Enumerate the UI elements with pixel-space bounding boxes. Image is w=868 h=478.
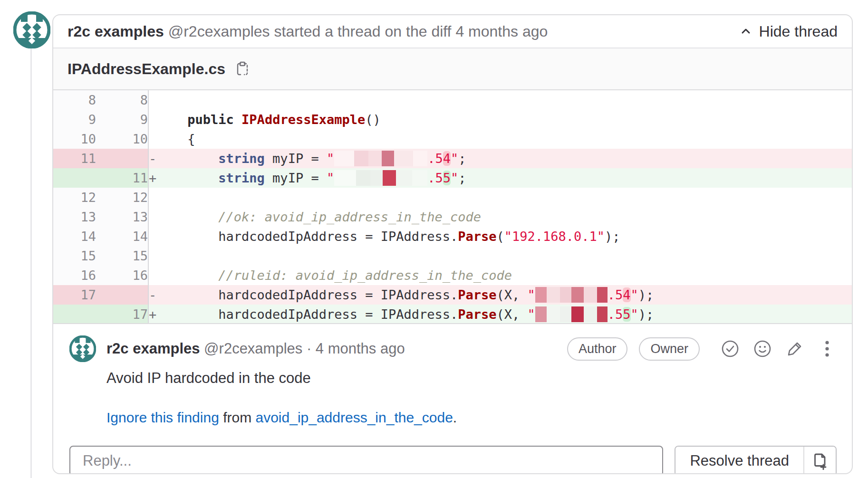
thread-author-name[interactable]: r2c examples (68, 23, 168, 40)
diff-row: 17- hardcodedIpAddress = IPAddress.Parse… (53, 285, 852, 305)
thread-connector-line (30, 47, 32, 478)
code-token: " (631, 287, 638, 302)
code-token: string (218, 151, 265, 166)
line-number-old: 13 (53, 207, 96, 227)
line-number-new: 10 (96, 129, 148, 149)
line-number-old (53, 305, 96, 324)
code-token: .5 (427, 171, 443, 185)
diff-table: 88 99 public IPAddressExample()1010 {11-… (53, 90, 852, 324)
line-number-old: 12 (53, 188, 96, 207)
diff-row: 1616 //ruleid: avoid_ip_address_in_the_c… (53, 266, 852, 285)
file-header: IPAddressExample.cs (53, 48, 852, 90)
line-number-old: 16 (53, 266, 96, 285)
emoji-smiley-icon (753, 340, 772, 358)
hide-thread-button[interactable]: Hide thread (739, 23, 838, 40)
code-line: + string myIP = ".55"; (148, 168, 852, 188)
code-token: " (528, 307, 535, 322)
diff-marker (149, 132, 156, 146)
comment-author-name[interactable]: r2c examples (106, 340, 204, 357)
code-token: " (451, 171, 458, 185)
finding-links: Ignore this finding from avoid_ip_addres… (106, 410, 837, 426)
issue-document-plus-icon (811, 452, 829, 470)
code-token: hardcodedIpAddress = IPAddress. (156, 229, 458, 244)
line-number-old: 10 (53, 129, 96, 149)
code-token: hardcodedIpAddress = IPAddress. (156, 287, 458, 302)
comment-meta-text: @r2cexamples · 4 months ago (204, 340, 405, 357)
diff-row: 1212 (53, 188, 852, 207)
diff-row: 1414 hardcodedIpAddress = IPAddress.Pars… (53, 227, 852, 246)
code-line: { (148, 129, 852, 149)
diff-marker (149, 190, 156, 205)
avatar[interactable] (13, 11, 50, 48)
code-line (148, 188, 852, 207)
diff-marker (149, 210, 156, 224)
reply-input[interactable] (69, 446, 663, 474)
code-token: "192.168.0.1" (504, 229, 605, 244)
code-line: //ok: avoid_ip_address_in_the_code (148, 207, 852, 227)
redacted-ip-pixels (334, 170, 427, 186)
discussion-card: r2c examples @r2cexamples started a thre… (52, 14, 853, 474)
period-text: . (453, 410, 457, 425)
check-circle-icon (721, 340, 739, 358)
resolve-and-create-issue-button[interactable] (804, 447, 836, 474)
code-line: public IPAddressExample() (148, 110, 852, 129)
code-token: " (631, 307, 638, 322)
line-number-old: 8 (53, 90, 96, 110)
code-token: " (451, 151, 458, 166)
code-token: Parse (458, 229, 496, 244)
line-number-new: 11 (96, 168, 148, 188)
copy-file-path-button[interactable] (235, 61, 250, 77)
rule-link[interactable]: avoid_ip_address_in_the_code (256, 410, 453, 425)
line-number-old: 17 (53, 285, 96, 305)
line-number-old: 11 (53, 149, 96, 168)
line-number-new: 17 (96, 305, 148, 324)
code-token: ); (638, 287, 654, 302)
code-token: 5 (443, 171, 451, 185)
more-actions-button[interactable] (818, 339, 837, 358)
code-token: .5 (427, 151, 443, 166)
edit-comment-button[interactable] (785, 340, 804, 358)
code-token: ; (458, 171, 466, 185)
avatar[interactable] (69, 335, 96, 362)
owner-badge: Owner (639, 337, 700, 361)
chevron-up-icon (739, 25, 752, 38)
line-number-new: 16 (96, 266, 148, 285)
diff-marker (149, 229, 156, 244)
code-token: 4 (443, 151, 451, 166)
code-token: ; (458, 151, 466, 166)
pencil-icon (786, 340, 804, 358)
diff-marker (149, 268, 156, 283)
file-name: IPAddressExample.cs (68, 60, 225, 78)
line-number-new: 13 (96, 207, 148, 227)
diff-marker: - (149, 287, 156, 302)
diff-row: 1313 //ok: avoid_ip_address_in_the_code (53, 207, 852, 227)
diff-marker (149, 93, 156, 107)
resolve-thread-button[interactable]: Resolve thread (675, 447, 803, 474)
comment-section: r2c examples @r2cexamples · 4 months ago… (53, 324, 852, 474)
line-number-new: 15 (96, 246, 148, 266)
code-token (156, 151, 218, 166)
diff-row: 1515 (53, 246, 852, 266)
redacted-ip-pixels (334, 151, 427, 166)
code-line: - hardcodedIpAddress = IPAddress.Parse(X… (148, 285, 852, 305)
diff-marker (149, 112, 156, 127)
code-token: hardcodedIpAddress = IPAddress. (156, 307, 458, 322)
code-token: //ok: avoid_ip_address_in_the_code (218, 210, 481, 224)
diff-marker: + (149, 307, 156, 322)
comment-body: Avoid IP hardcoded in the code (106, 370, 837, 387)
code-token: .5 (608, 307, 623, 322)
diff-marker: - (149, 151, 156, 166)
code-token (156, 171, 218, 185)
code-token (156, 210, 218, 224)
code-token: string (218, 171, 265, 185)
ignore-finding-link[interactable]: Ignore this finding (106, 410, 219, 425)
resolve-comment-button[interactable] (721, 340, 740, 358)
thread-meta-text: @r2cexamples started a thread on the dif… (168, 23, 548, 40)
line-number-new: 12 (96, 188, 148, 207)
line-number-new: 14 (96, 227, 148, 246)
add-reaction-button[interactable] (753, 340, 772, 358)
author-badge: Author (567, 337, 628, 361)
hide-thread-label: Hide thread (759, 23, 838, 40)
code-line: //ruleid: avoid_ip_address_in_the_code (148, 266, 852, 285)
diff-marker (149, 249, 156, 263)
